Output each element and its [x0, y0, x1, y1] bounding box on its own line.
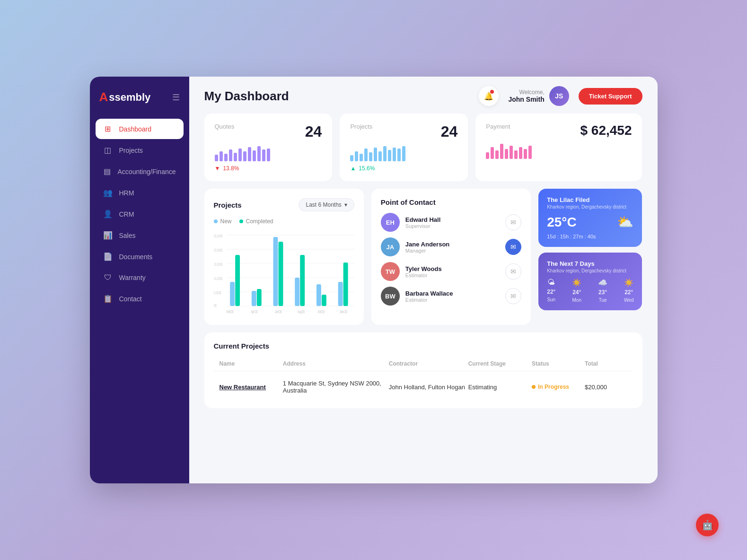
sidebar-item-projects[interactable]: ◫ Projects [96, 140, 184, 160]
mail-btn-tyler[interactable]: ✉ [505, 263, 521, 280]
svg-text:5,000$: 5,000$ [214, 290, 221, 295]
payment-chart [486, 142, 632, 159]
period-selector[interactable]: Last 6 Months ▾ [299, 198, 354, 211]
legend-new-label: New [220, 218, 232, 225]
sidebar-item-label: Sales [119, 232, 136, 239]
projects-stat-chart [350, 144, 457, 161]
projects-stat-change: 15.6% [359, 165, 375, 172]
quotes-top: Quotes 24 [215, 123, 322, 140]
legend-new-dot [214, 219, 218, 223]
svg-rect-14 [251, 291, 256, 306]
mini-bar [383, 146, 387, 161]
svg-text:Feb'20: Feb'20 [226, 309, 233, 314]
sidebar-item-dashboard[interactable]: ⊞ Dashboard [96, 119, 184, 139]
sidebar-item-accounting[interactable]: ▤ Accounting/Finance [96, 161, 184, 182]
mini-bar [374, 148, 377, 161]
svg-text:0$: 0$ [214, 303, 217, 308]
contact-list: EH Edward Hall Supervisor ✉ JA [381, 213, 521, 306]
svg-rect-21 [321, 295, 326, 306]
table-header-row: Name Address Contractor Current Stage St… [214, 357, 633, 371]
contact-item-barbara: BW Barbara Wallace Estimator ✉ [381, 287, 521, 306]
contact-item-edward: EH Edward Hall Supervisor ✉ [381, 213, 521, 232]
logo-text-rest: ssembly [109, 91, 150, 104]
mini-bar [350, 155, 353, 161]
sidebar-item-hrm[interactable]: 👥 HRM [96, 183, 184, 203]
hamburger-icon[interactable]: ☰ [172, 92, 180, 103]
mini-bar [257, 146, 261, 161]
user-greeting: Welcome, John Smith [508, 89, 544, 103]
projects-chart-header: Projects Last 6 Months ▾ [214, 198, 354, 211]
weather-timer: 15d : 15h : 27m : 40s [547, 234, 633, 239]
mini-bar [243, 151, 246, 161]
mail-btn-edward[interactable]: ✉ [505, 214, 521, 230]
svg-rect-13 [235, 255, 240, 306]
contact-role-barbara: Estimator [405, 297, 453, 303]
contact-left-jane: JA Jane Anderson Manager [381, 237, 449, 256]
row-contractor: John Holland, Fulton Hogan [389, 384, 468, 391]
legend-completed-dot [239, 219, 243, 223]
middle-row: Projects Last 6 Months ▾ New [204, 189, 642, 325]
sun-temp: 22° [547, 289, 555, 295]
notification-button[interactable]: 🔔 [479, 86, 499, 106]
sidebar-item-crm[interactable]: 👤 CRM [96, 204, 184, 224]
svg-rect-15 [256, 289, 261, 306]
svg-rect-22 [338, 282, 343, 306]
current-projects-card: Current Projects Name Address Contractor… [204, 332, 642, 408]
quotes-change: 13.8% [223, 165, 239, 172]
legend-completed-label: Completed [246, 218, 273, 225]
mini-bar [491, 147, 494, 159]
weather-day-mon: ☀️ 24° Mon [572, 278, 581, 303]
mini-bar [495, 150, 499, 159]
row-name[interactable]: New Restaurant [220, 384, 283, 391]
contact-name-edward: Edward Hall [405, 216, 440, 223]
avatar-edward: EH [381, 213, 400, 232]
mini-bar [519, 147, 522, 159]
mini-bar [220, 151, 223, 161]
tue-weather-icon: ☁️ [598, 278, 607, 287]
col-total: Total [585, 360, 627, 367]
weather-main-primary: 25°C ⛅ [547, 214, 633, 230]
logo-a: A [99, 90, 108, 105]
current-projects-header: Current Projects [214, 342, 633, 350]
sidebar-item-contact[interactable]: 📋 Contact [96, 289, 184, 309]
avatar-barbara: BW [381, 287, 400, 306]
weather-stack: The Lilac Filed Kharkov region, Dergache… [538, 189, 642, 325]
sidebar-item-warranty[interactable]: 🛡 Warranty [96, 268, 184, 288]
sidebar-item-documents[interactable]: 📄 Documents [96, 246, 184, 267]
chat-button[interactable]: 🤖 [696, 514, 719, 536]
projects-stat-bottom: ▲ 15.6% [350, 165, 457, 172]
sidebar-item-sales[interactable]: 📊 Sales [96, 225, 184, 245]
sidebar-item-label: HRM [119, 189, 134, 197]
svg-rect-19 [300, 255, 305, 306]
mini-bar [355, 151, 358, 161]
user-info: Welcome, John Smith JS [508, 86, 569, 106]
mini-bar [253, 150, 256, 161]
mon-label: Mon [572, 298, 581, 303]
col-name: Name [220, 360, 283, 367]
mini-bar [393, 148, 396, 161]
mail-btn-jane[interactable]: ✉ [505, 239, 521, 255]
weather-temp-primary: 25°C [547, 215, 577, 230]
crm-icon: 👤 [103, 210, 113, 219]
mini-bar [224, 154, 228, 161]
bar-chart-svg: 25,000$ 20,000$ 15,000$ 10,000$ 5,000$ 0… [214, 230, 354, 315]
svg-text:Dec'20: Dec'20 [340, 309, 347, 314]
user-name: John Smith [508, 96, 544, 103]
mon-temp: 24° [572, 289, 581, 296]
svg-text:20,000$: 20,000$ [214, 247, 222, 253]
contact-role-tyler: Estimator [405, 272, 442, 278]
app-logo: Assembly [99, 90, 151, 105]
mini-bar [397, 149, 401, 161]
status-text: In Progress [538, 384, 569, 390]
ticket-support-button[interactable]: Ticket Support [579, 88, 642, 105]
avatar-jane: JA [381, 237, 400, 256]
mini-bar [364, 149, 368, 161]
row-stage: Estimating [468, 384, 532, 391]
contact-info-edward: Edward Hall Supervisor [405, 216, 440, 229]
mail-btn-barbara[interactable]: ✉ [505, 288, 521, 304]
wed-weather-icon: ☀️ [624, 278, 633, 287]
sidebar-item-label: Warranty [119, 274, 146, 281]
contact-name-jane: Jane Anderson [405, 241, 449, 248]
mon-weather-icon: ☀️ [572, 278, 581, 287]
chart-legend: New Completed [214, 218, 354, 225]
